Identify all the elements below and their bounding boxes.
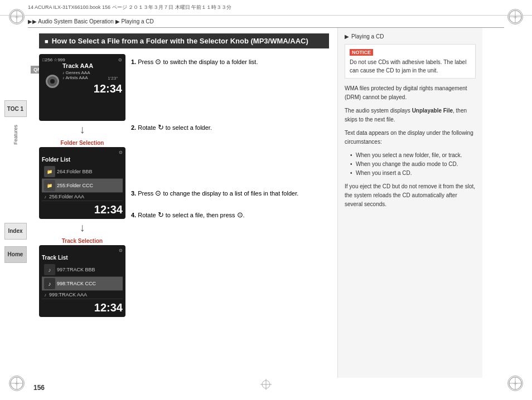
right-header-arrow: ▶	[345, 33, 349, 40]
right-section: ▶ Playing a CD NOTICE Do not use CDs wit…	[337, 28, 482, 378]
right-header-title: Playing a CD	[351, 33, 384, 40]
folder-list-screen: ⊙ Folder List 📁 264:Folder BBB 📁 255:Fol	[39, 147, 125, 219]
notice-label: NOTICE	[350, 49, 373, 56]
notice-box: NOTICE Do not use CDs with adhesive labe…	[345, 44, 476, 79]
folder-selection-label: Folder Selection	[61, 140, 104, 146]
section-title: How to Select a File from a Folder with …	[39, 33, 329, 48]
step-4: 4. Rotate ↻ to select a file, then press…	[131, 210, 329, 220]
folder-time-display: 12:34	[42, 203, 123, 216]
step-4-number: 4.	[131, 212, 136, 218]
track-icon-1: ♪	[44, 264, 55, 275]
bullet-list: When you select a new folder, file, or t…	[350, 151, 476, 178]
breadcrumb: ▶▶ Audio System Basic Operation ▶ Playin…	[28, 16, 504, 28]
step-1-text: Press ⊙ to switch the display to a folde…	[138, 58, 258, 65]
step-3-text: Press ⊙ to change the display to a list …	[138, 190, 298, 197]
right-para-2: The audio system displays Unplayable Fil…	[345, 106, 476, 124]
cd-disc-icon	[46, 75, 59, 88]
track-note-icon: ♪	[44, 292, 46, 297]
track-selection-label: Track Selection	[62, 238, 103, 244]
sidebar-item-toc[interactable]: TOC 1	[4, 100, 27, 117]
page-header: 14 ACURA ILX-31TX66100.book 156 ページ ２０１３…	[0, 0, 532, 16]
track-item-1: ♪ 997:TRACK BBB	[42, 263, 123, 277]
right-section-header: ▶ Playing a CD	[345, 33, 476, 40]
music-note-2: ♪	[49, 281, 51, 287]
folder-screen-title: Folder List	[42, 157, 123, 163]
step-2-number: 2.	[131, 124, 136, 131]
step-4-text: Rotate ↻ to select a file, then press ⊙.	[138, 212, 244, 218]
arrow-down-2: ↓	[80, 221, 85, 234]
step-3-number: 3.	[131, 190, 136, 197]
sidebar-features-label: Features	[13, 125, 18, 145]
steps-column: 1. Press ⊙ to switch the display to a fo…	[131, 54, 329, 228]
step-3: 3. Press ⊙ to change the display to a li…	[131, 188, 329, 198]
folder-icon-1: 📁	[44, 166, 55, 177]
track-icon-2: ♪	[44, 278, 55, 289]
main-content: How to Select a File from a Folder with …	[31, 28, 532, 378]
cd-player-screen: □256 ☆999 ⊙ Track AAA ♪ Genres AAA ♪ Art…	[39, 54, 125, 121]
track-item-2: ♪ 998:TRACK CCC	[42, 277, 123, 291]
breadcrumb-text: ▶▶ Audio System Basic Operation ▶ Playin…	[28, 18, 154, 25]
music-note-1: ♪	[49, 267, 51, 273]
diagram-column: □256 ☆999 ⊙ Track AAA ♪ Genres AAA ♪ Art…	[39, 54, 125, 317]
step-1: 1. Press ⊙ to switch the display to a fo…	[131, 57, 329, 67]
bullet-item-3: When you insert a CD.	[350, 169, 476, 178]
header-text: 14 ACURA ILX-31TX66100.book 156 ページ ２０１３…	[28, 4, 231, 11]
sidebar-item-home[interactable]: Home	[4, 246, 27, 263]
track-list-screen: ⊙ Track List ♪ 997:TRACK BBB ♪ 998:TRACK…	[39, 245, 125, 317]
step-2-text: Rotate ↻ to select a folder.	[138, 124, 212, 131]
page-number: 156	[33, 384, 45, 392]
track-screen-header: ⊙	[42, 248, 123, 253]
cd-elapsed: 1'23"	[108, 76, 118, 81]
track-time-display: 12:34	[42, 301, 123, 314]
diagram-area: □256 ☆999 ⊙ Track AAA ♪ Genres AAA ♪ Art…	[39, 54, 329, 317]
track-screen-title: Track List	[42, 255, 123, 261]
folder-item-1: 📁 264:Folder BBB	[42, 165, 123, 179]
cd-screen-header: □256 ☆999 ⊙	[42, 57, 122, 62]
step-2: 2. Rotate ↻ to select a folder.	[131, 123, 329, 133]
folder-icon-2: 📁	[44, 180, 55, 191]
left-section: How to Select a File from a Folder with …	[31, 28, 337, 378]
folder-note-icon: ♪	[44, 194, 46, 199]
left-sidebar: TOC 1 Features Index Home	[0, 28, 31, 378]
center-bottom-crosshair	[260, 379, 272, 390]
folder-screen-header: ⊙	[42, 150, 123, 155]
right-para-4: If you eject the CD but do not remove it…	[345, 182, 476, 209]
step-1-number: 1.	[131, 58, 136, 65]
track-item-3: ♪ 999:TRACK AAA	[42, 291, 123, 299]
bullet-item-2: When you change the audio mode to CD.	[350, 160, 476, 169]
breadcrumb-arrow1: ▶▶	[28, 18, 37, 25]
right-para-1: WMA files protected by digital rights ma…	[345, 84, 476, 102]
notice-text: Do not use CDs with adhesive labels. The…	[350, 58, 471, 75]
folder-item-3: ♪ 256:Folder AAA	[42, 193, 123, 201]
right-para-3: Text data appears on the display under t…	[345, 129, 476, 147]
sidebar-item-index[interactable]: Index	[4, 223, 27, 240]
bullet-item-1: When you select a new folder, file, or t…	[350, 151, 476, 160]
arrow-down-1: ↓	[80, 123, 85, 136]
folder-item-2: 📁 255:Folder CCC	[42, 179, 123, 193]
